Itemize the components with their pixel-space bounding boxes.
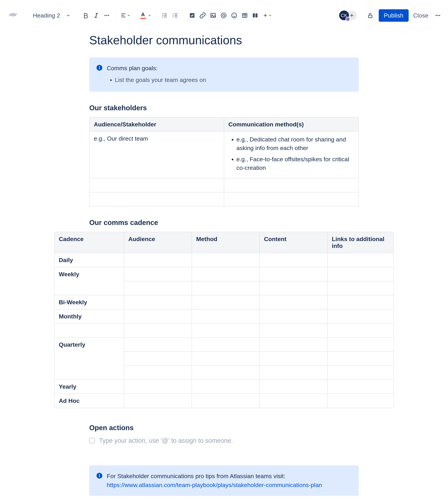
table-cell[interactable]: [327, 267, 394, 281]
table-cell[interactable]: [327, 253, 394, 267]
table-cell[interactable]: [259, 337, 327, 351]
info-panel-goal-item[interactable]: List the goals your team agrees on: [115, 75, 352, 84]
table-row[interactable]: [89, 192, 359, 206]
table-cell[interactable]: [327, 366, 394, 380]
list-item[interactable]: e.g., Face-to-face offsites/spikes for c…: [236, 155, 354, 172]
cadence-heading[interactable]: Our comms cadence: [89, 219, 359, 227]
alignment-dropdown[interactable]: [118, 10, 132, 21]
stakeholders-heading[interactable]: Our stakeholders: [89, 104, 359, 112]
cadence-th[interactable]: Content: [259, 232, 327, 253]
cadence-row-label[interactable]: Ad Hoc: [54, 394, 124, 408]
table-cell[interactable]: [259, 267, 327, 281]
action-checkbox[interactable]: [89, 438, 95, 443]
publish-button[interactable]: Publish: [379, 9, 409, 22]
table-cell[interactable]: [327, 295, 394, 309]
more-formatting-button[interactable]: [101, 10, 112, 21]
table-cell[interactable]: [124, 351, 192, 366]
table-cell[interactable]: [327, 394, 394, 408]
stakeholders-cell-methods[interactable]: e.g., Dedicated chat room for sharing an…: [224, 132, 359, 178]
open-actions-heading[interactable]: Open actions: [89, 424, 359, 432]
table-cell[interactable]: [124, 295, 192, 309]
link-button[interactable]: [197, 10, 208, 21]
table-cell[interactable]: [124, 253, 192, 267]
table-button[interactable]: [240, 10, 250, 21]
table-cell[interactable]: [124, 380, 192, 394]
table-cell[interactable]: [192, 366, 260, 380]
table-cell[interactable]: [224, 192, 359, 206]
table-cell[interactable]: [259, 253, 327, 267]
table-cell[interactable]: [124, 324, 192, 337]
cadence-table[interactable]: Cadence Audience Method Content Links to…: [54, 232, 394, 408]
text-color-dropdown[interactable]: A: [139, 10, 153, 21]
cadence-row-label[interactable]: Yearly: [54, 380, 124, 394]
action-item-button[interactable]: [187, 10, 197, 21]
text-style-dropdown[interactable]: Heading 2: [31, 10, 74, 21]
table-cell[interactable]: [327, 309, 394, 324]
table-cell[interactable]: [192, 351, 260, 366]
table-cell[interactable]: [192, 309, 260, 324]
table-cell[interactable]: [89, 192, 224, 206]
table-cell[interactable]: [259, 324, 327, 337]
info-panel-body[interactable]: Comms plan goals: List the goals your te…: [107, 64, 352, 85]
cadence-th[interactable]: Audience: [124, 232, 192, 253]
table-row[interactable]: Monthly: [54, 309, 394, 324]
close-button[interactable]: Close: [409, 9, 433, 22]
stakeholders-th-audience[interactable]: Audience/Stakeholder: [89, 117, 224, 132]
table-cell[interactable]: [327, 324, 394, 337]
table-cell[interactable]: [192, 295, 260, 309]
table-cell[interactable]: [192, 281, 260, 295]
document-body-lower[interactable]: Open actions Type your action, use '@' t…: [89, 408, 359, 496]
table-cell[interactable]: [259, 366, 327, 380]
table-cell[interactable]: [259, 281, 327, 295]
cadence-row-label[interactable]: Quarterly: [54, 337, 124, 380]
table-cell[interactable]: [192, 380, 260, 394]
table-cell[interactable]: [124, 394, 192, 408]
bullet-list-button[interactable]: [160, 10, 170, 21]
table-cell[interactable]: [124, 337, 192, 351]
table-cell[interactable]: [327, 337, 394, 351]
table-cell[interactable]: [124, 309, 192, 324]
cadence-row-label[interactable]: Bi-Weekly: [54, 295, 124, 309]
table-cell[interactable]: [259, 295, 327, 309]
emoji-button[interactable]: [229, 10, 240, 21]
info-panel-tips[interactable]: For Stakeholder communications pro tips …: [89, 465, 359, 496]
table-row[interactable]: e.g., Our direct team e.g., Dedicated ch…: [89, 132, 359, 178]
table-cell[interactable]: [327, 380, 394, 394]
table-cell[interactable]: [259, 394, 327, 408]
info-panel-body[interactable]: For Stakeholder communications pro tips …: [107, 472, 352, 489]
stakeholders-table[interactable]: Audience/Stakeholder Communication metho…: [89, 117, 359, 206]
tips-link[interactable]: https://www.atlassian.com/team-playbook/…: [107, 482, 322, 488]
table-cell[interactable]: [327, 351, 394, 366]
table-cell[interactable]: [259, 309, 327, 324]
insert-dropdown[interactable]: [260, 10, 274, 21]
table-cell[interactable]: [124, 366, 192, 380]
cadence-row-label[interactable]: Weekly: [54, 267, 124, 295]
info-panel-goals[interactable]: Comms plan goals: List the goals your te…: [89, 57, 359, 92]
table-cell[interactable]: [124, 281, 192, 295]
document-body[interactable]: Stakeholder communications Comms plan go…: [89, 25, 359, 227]
action-placeholder[interactable]: Type your action, use '@' to assign to s…: [99, 437, 233, 444]
mention-button[interactable]: [218, 10, 229, 21]
table-cell[interactable]: [192, 253, 260, 267]
table-row[interactable]: Quarterly: [54, 337, 394, 351]
user-avatar[interactable]: CK C: [339, 11, 349, 20]
table-cell[interactable]: [54, 324, 124, 337]
layouts-button[interactable]: [250, 10, 260, 21]
table-cell[interactable]: [192, 337, 260, 351]
bold-button[interactable]: [80, 10, 91, 21]
table-cell[interactable]: [259, 380, 327, 394]
table-row[interactable]: [89, 178, 359, 192]
list-item[interactable]: e.g., Dedicated chat room for sharing an…: [236, 135, 354, 152]
table-cell[interactable]: [192, 324, 260, 337]
cadence-th[interactable]: Cadence: [54, 232, 124, 253]
table-row[interactable]: Weekly: [54, 267, 394, 281]
table-cell[interactable]: [124, 267, 192, 281]
table-cell[interactable]: [224, 178, 359, 192]
table-cell[interactable]: [192, 394, 260, 408]
action-item[interactable]: Type your action, use '@' to assign to s…: [89, 437, 359, 444]
page-title[interactable]: Stakeholder communications: [89, 33, 359, 47]
more-actions-button[interactable]: [433, 11, 443, 20]
cadence-th[interactable]: Method: [192, 232, 260, 253]
image-button[interactable]: [208, 10, 218, 21]
cadence-row-label[interactable]: Daily: [54, 253, 124, 267]
